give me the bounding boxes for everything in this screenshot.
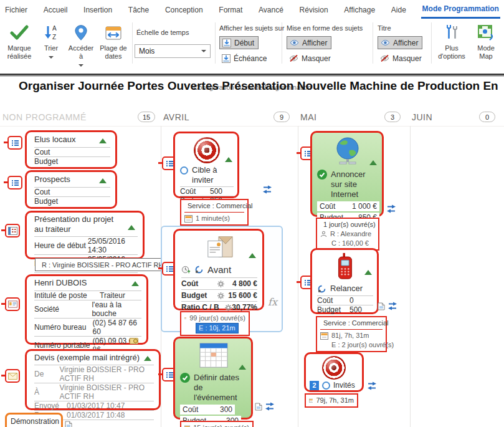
plage-de-dates-button[interactable]: Plage de dates xyxy=(98,22,128,60)
card-avant[interactable]: Avant Coût 4 800 € Budget 15 600 € Ratio… xyxy=(173,229,264,310)
trier-button[interactable]: AZ Trier xyxy=(39,22,64,60)
mode-map-button[interactable]: Mode Map xyxy=(472,22,500,60)
titre-afficher-button[interactable]: Afficher xyxy=(378,36,422,49)
status-circle-icon[interactable] xyxy=(180,166,188,175)
tab-affichage[interactable]: Affichage xyxy=(343,1,376,18)
echeance-button[interactable]: Échéance xyxy=(219,52,270,65)
gear-icon xyxy=(217,292,224,299)
acceder-a-button[interactable]: Accéder à xyxy=(66,22,96,69)
tab-accueil[interactable]: Accueil xyxy=(42,1,69,18)
topic-connector-button[interactable] xyxy=(7,136,22,150)
titre-masquer-button[interactable]: Masquer xyxy=(378,52,426,65)
card-annoncer-internet[interactable]: Annoncer sur site Internet Coût1 000 € B… xyxy=(310,131,384,217)
collapse-triangle-icon[interactable] xyxy=(225,157,232,162)
complete-check-icon[interactable] xyxy=(180,373,190,383)
complete-check-icon[interactable] xyxy=(317,170,327,180)
topic-connector-button[interactable] xyxy=(5,297,20,311)
topic-connector-button[interactable] xyxy=(5,369,20,383)
svg-text:Z: Z xyxy=(52,34,56,41)
selected-elapsed-value[interactable]: E : 10j, 21m xyxy=(196,323,239,333)
tab-mode-programmation[interactable]: Mode Programmation xyxy=(421,0,500,19)
tab-format[interactable]: Format xyxy=(217,1,244,18)
card-prospects[interactable]: Prospects Cout Budget xyxy=(25,170,117,209)
tab-conception[interactable]: Conception xyxy=(164,1,204,18)
column-count-badge: 9 xyxy=(273,112,290,122)
workflow-icon[interactable] xyxy=(386,204,396,213)
collapse-triangle-icon[interactable] xyxy=(239,365,246,370)
calendar-icon xyxy=(320,332,328,340)
tab-tache[interactable]: Tâche xyxy=(127,1,150,18)
timescale-label: Échelle de temps xyxy=(136,29,189,36)
tab-avance[interactable]: Avancé xyxy=(257,1,285,18)
field-row: Coût500 xyxy=(180,186,234,196)
ribbon-tab-bar: Fichier Accueil Insertion Tâche Concepti… xyxy=(0,0,504,19)
hyperlink-icon[interactable] xyxy=(130,337,138,344)
ribbon-separator xyxy=(215,22,216,64)
status-circle-icon[interactable] xyxy=(322,381,330,390)
list-icon xyxy=(166,371,174,379)
field-row: Numéro bureau(02) 54 87 66 60 xyxy=(34,318,141,336)
note-icon[interactable] xyxy=(65,421,72,427)
card-cible-a-inviter[interactable]: Cible à inviter Coût500 Budget350 xyxy=(173,132,239,198)
card-devis[interactable]: Devis (exemple mail intrégré) DeVirginie… xyxy=(25,349,161,410)
topic-connector-button[interactable] xyxy=(5,224,20,237)
collapse-triangle-icon[interactable] xyxy=(249,253,256,258)
field-row: Budget xyxy=(34,196,110,206)
card-henri-dubois[interactable]: Henri DUBOIS Intitulé de posteTraiteur S… xyxy=(25,274,148,345)
checkmark-icon xyxy=(2,22,36,42)
cible-tags: Service : Commercial 1 minute(s) xyxy=(180,199,249,226)
card-elus-locaux[interactable]: Elus locaux Cout Budget xyxy=(25,130,117,169)
timescale-select[interactable]: Mois xyxy=(135,44,211,58)
resource-note: R : Virginie BOISSIER - PRO ACTIF RH xyxy=(35,258,162,271)
card-relancer[interactable]: Relancer Coût0 Budget500 xyxy=(310,248,379,314)
list-icon xyxy=(11,139,19,147)
formatting-afficher-button[interactable]: Afficher xyxy=(287,36,331,49)
column-count-badge: 3 xyxy=(384,112,401,122)
column-divider xyxy=(298,126,298,427)
workflow-icon[interactable] xyxy=(262,185,272,194)
tab-fichier[interactable]: Fichier xyxy=(4,1,29,18)
priority-badge: 2 xyxy=(310,381,319,390)
calendar-icon xyxy=(184,314,186,322)
tab-aide[interactable]: Aide xyxy=(390,1,407,18)
window-splitter[interactable] xyxy=(0,74,504,77)
topic-connector-button[interactable] xyxy=(7,176,22,190)
collapse-triangle-icon[interactable] xyxy=(128,225,135,230)
show-topics-on-label: Afficher les sujets sur xyxy=(219,24,284,32)
collapse-triangle-icon[interactable] xyxy=(99,178,107,183)
card-presentation-traiteur[interactable]: Présentation du projet au traiteur Heure… xyxy=(25,211,145,259)
tab-insertion[interactable]: Insertion xyxy=(82,1,113,18)
titre-label: Titre xyxy=(378,24,391,32)
note-icon xyxy=(255,403,262,411)
card-definir-dates[interactable]: Définir dates de l'événement Coût300 Bud… xyxy=(173,337,253,420)
collapse-triangle-icon[interactable] xyxy=(99,138,107,143)
formatting-masquer-button[interactable]: Masquer xyxy=(287,52,335,65)
chevron-down-icon xyxy=(78,64,83,67)
note-and-workflow-icons[interactable] xyxy=(378,302,397,310)
column-header-mai: MAI xyxy=(300,112,316,122)
target-icon xyxy=(194,137,220,163)
field-row: Budget xyxy=(34,156,110,166)
definir-duration: 15 jour(s) ouvré(s) xyxy=(180,421,254,427)
field-row: Coût0 xyxy=(317,295,373,305)
column-header-avril: AVRIL xyxy=(163,112,189,122)
progress-circle-icon[interactable] xyxy=(317,284,326,294)
field-row: Coût300 xyxy=(180,405,235,415)
workflow-icon[interactable] xyxy=(367,381,377,390)
card-demonstration-machine[interactable]: Démonstration machine xyxy=(5,413,63,427)
workflow-icon xyxy=(388,302,397,310)
debut-button[interactable]: Début xyxy=(219,36,259,49)
mail-document-icon xyxy=(181,233,257,263)
collapse-triangle-icon[interactable] xyxy=(131,281,139,286)
marque-realisee-button[interactable]: Marque réalisée xyxy=(2,22,36,60)
collapse-triangle-icon[interactable] xyxy=(144,356,151,361)
collapse-triangle-icon[interactable] xyxy=(364,270,372,275)
tab-revision[interactable]: Révision xyxy=(298,1,330,18)
note-and-workflow-icons[interactable] xyxy=(255,402,275,411)
card-invites[interactable]: 2 Invités xyxy=(304,352,364,392)
collapse-triangle-icon[interactable] xyxy=(369,160,377,165)
plus-options-button[interactable]: Plus d'options xyxy=(436,22,467,60)
field-row: ÀVirginie BOISSIER - PRO ACTIF RH xyxy=(34,383,154,401)
gear-icon xyxy=(225,304,232,311)
sort-az-icon: AZ xyxy=(39,22,64,42)
